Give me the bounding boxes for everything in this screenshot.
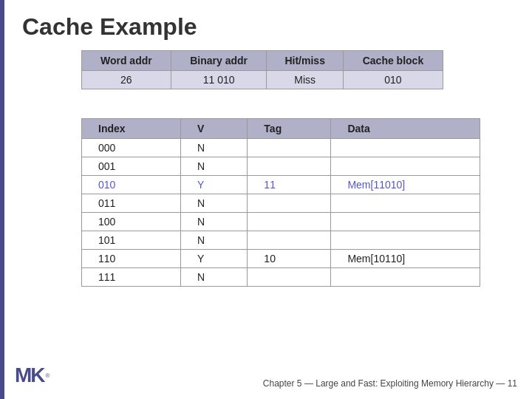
top-table: Word addr Binary addr Hit/miss Cache blo… — [81, 50, 443, 89]
logo-letter-m: M — [15, 365, 30, 386]
top-cell-word-addr: 26 — [82, 71, 171, 89]
cell-data — [331, 213, 480, 231]
cell-data — [331, 231, 480, 250]
top-header-hit-miss: Hit/miss — [267, 51, 343, 71]
cell-data — [331, 268, 480, 287]
cell-v: N — [180, 231, 247, 250]
cell-data — [331, 139, 480, 157]
cell-data: Mem[10110] — [331, 250, 480, 268]
cell-tag: 10 — [248, 250, 331, 268]
top-cell-binary-addr: 11 010 — [171, 71, 267, 89]
logo-registered: ® — [46, 372, 50, 379]
cell-v: N — [180, 213, 247, 231]
top-header-word-addr: Word addr — [82, 51, 171, 71]
table-row: 101N — [82, 231, 480, 250]
page-title: Cache Example — [22, 13, 197, 41]
table-row: 110Y10Mem[10110] — [82, 250, 480, 268]
main-table: Index V Tag Data 000N001N010Y11Mem[11010… — [81, 118, 480, 287]
cell-tag: 11 — [248, 176, 331, 194]
cell-tag — [248, 268, 331, 287]
table-row: 011N — [82, 194, 480, 213]
cell-tag — [248, 231, 331, 250]
main-table-section: Index V Tag Data 000N001N010Y11Mem[11010… — [81, 118, 510, 287]
cell-tag — [248, 139, 331, 157]
top-header-binary-addr: Binary addr — [171, 51, 267, 71]
main-header-data: Data — [331, 119, 480, 139]
cell-tag — [248, 157, 331, 176]
table-row: 111N — [82, 268, 480, 287]
cell-v: N — [180, 194, 247, 213]
cell-data — [331, 194, 480, 213]
main-header-index: Index — [82, 119, 181, 139]
table-row: 100N — [82, 213, 480, 231]
cell-index: 110 — [82, 250, 181, 268]
logo-letter-k: K — [30, 365, 45, 386]
cell-index: 000 — [82, 139, 181, 157]
cell-index: 101 — [82, 231, 181, 250]
cell-data: Mem[11010] — [331, 176, 480, 194]
top-cell-hit-miss: Miss — [267, 71, 343, 89]
cell-data — [331, 157, 480, 176]
table-row: 010Y11Mem[11010] — [82, 176, 480, 194]
left-accent-bar — [0, 0, 4, 399]
top-header-cache-block: Cache block — [343, 51, 443, 71]
cell-index: 111 — [82, 268, 181, 287]
cell-v: Y — [180, 250, 247, 268]
cell-v: N — [180, 268, 247, 287]
table-row: 000N — [82, 139, 480, 157]
cell-v: N — [180, 139, 247, 157]
cell-index: 001 — [82, 157, 181, 176]
cell-index: 100 — [82, 213, 181, 231]
top-table-section: Word addr Binary addr Hit/miss Cache blo… — [81, 50, 510, 89]
cell-index: 010 — [82, 176, 181, 194]
cell-v: Y — [180, 176, 247, 194]
footer-text: Chapter 5 — Large and Fast: Exploiting M… — [263, 378, 517, 389]
cell-tag — [248, 194, 331, 213]
cell-index: 011 — [82, 194, 181, 213]
cell-v: N — [180, 157, 247, 176]
table-row: 001N — [82, 157, 480, 176]
main-header-v: V — [180, 119, 247, 139]
cell-tag — [248, 213, 331, 231]
main-header-tag: Tag — [248, 119, 331, 139]
top-cell-cache-block: 010 — [343, 71, 443, 89]
logo: M K ® — [15, 365, 52, 392]
